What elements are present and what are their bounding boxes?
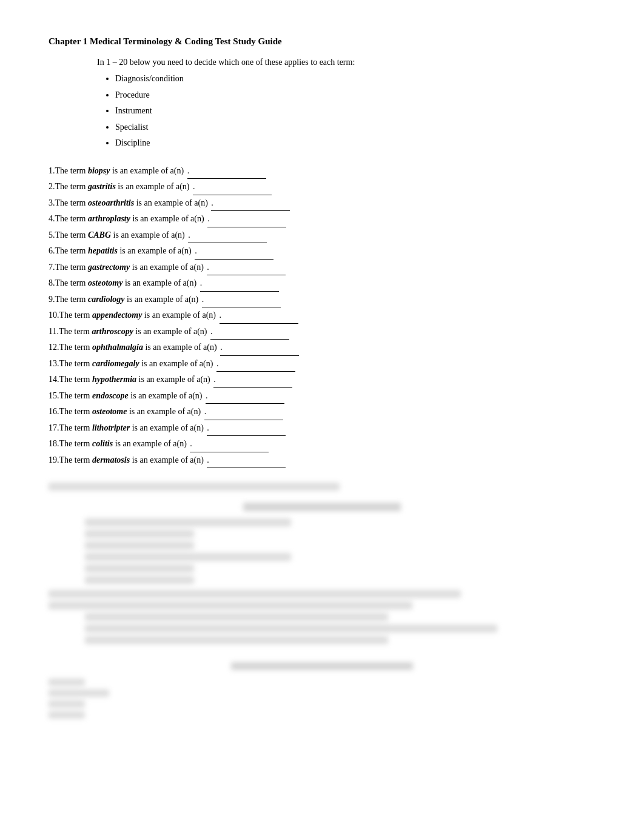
q10-suffix: is an example of a(n) <box>142 310 218 320</box>
q7-term: gastrectomy <box>88 263 130 272</box>
q6-suffix: is an example of a(n) <box>118 246 193 255</box>
q18-blank: . <box>190 437 269 452</box>
q4-suffix: is an example of a(n) <box>130 214 206 223</box>
question-9: 9.The term cardiology is an example of a… <box>49 292 595 308</box>
question-10: 10.The term appendectomy is an example o… <box>49 308 595 324</box>
bullet-specialist: Specialist <box>115 119 595 136</box>
q11-blank: . <box>210 324 289 340</box>
q3-term: osteoarthritis <box>88 198 134 207</box>
q16-suffix: is an example of a(n) <box>127 407 203 416</box>
q3-suffix: is an example of a(n) <box>134 198 210 207</box>
q5-num: 5.The term <box>49 230 88 240</box>
q17-suffix: is an example of a(n) <box>130 423 206 432</box>
q18-num: 18.The term <box>49 439 92 448</box>
q13-suffix: is an example of a(n) <box>139 359 215 368</box>
question-1: 1.The term biopsy is an example of a(n) … <box>49 164 595 179</box>
bullet-discipline: Discipline <box>115 135 595 152</box>
intro-text: In 1 – 20 below you need to decide which… <box>97 58 595 67</box>
q19-num: 19.The term <box>49 455 92 464</box>
q6-num: 6.The term <box>49 246 88 255</box>
q14-term: hypothermia <box>92 375 136 384</box>
q18-term: colitis <box>92 439 113 448</box>
q1-term: biopsy <box>88 166 110 175</box>
q9-blank: . <box>202 292 281 308</box>
q4-blank: . <box>207 212 286 227</box>
q18-suffix: is an example of a(n) <box>113 439 189 448</box>
q8-term: osteotomy <box>88 278 123 287</box>
page: Chapter 1 Medical Terminology & Coding T… <box>0 0 644 835</box>
questions-section: 1.The term biopsy is an example of a(n) … <box>49 164 595 469</box>
q6-blank: . <box>195 244 273 260</box>
q3-num: 3.The term <box>49 198 88 207</box>
q5-term: CABG <box>88 230 111 240</box>
q3-blank: . <box>211 196 290 212</box>
question-19: 19.The term dermatosis is an example of … <box>49 453 595 469</box>
q11-term: arthroscopy <box>92 327 133 336</box>
q5-blank: . <box>188 228 267 244</box>
q7-suffix: is an example of a(n) <box>130 263 206 272</box>
q7-num: 7.The term <box>49 263 88 272</box>
q2-blank: . <box>193 179 272 195</box>
bullet-list: Diagnosis/condition Procedure Instrument… <box>115 71 595 152</box>
q1-blank: . <box>187 164 266 179</box>
q10-term: appendectomy <box>92 310 142 320</box>
q16-term: osteotome <box>92 407 127 416</box>
q4-term: arthroplasty <box>88 214 130 223</box>
q19-suffix: is an example of a(n) <box>130 455 206 464</box>
question-14: 14.The term hypothermia is an example of… <box>49 372 595 388</box>
q1-suffix: is an example of a(n) <box>110 166 186 175</box>
question-16: 16.The term osteotome is an example of a… <box>49 404 595 420</box>
q15-blank: . <box>206 389 284 404</box>
q6-term: hepatitis <box>88 246 118 255</box>
q19-blank: . <box>207 453 286 469</box>
q11-num: 11.The term <box>49 327 92 336</box>
question-17: 17.The term lithotripter is an example o… <box>49 421 595 437</box>
question-7: 7.The term gastrectomy is an example of … <box>49 260 595 276</box>
q14-blank: . <box>213 372 292 388</box>
q7-blank: . <box>207 260 286 276</box>
question-12: 12.The term ophthalmalgia is an example … <box>49 340 595 356</box>
q17-term: lithotripter <box>92 423 130 432</box>
q10-num: 10.The term <box>49 310 92 320</box>
q9-num: 9.The term <box>49 295 88 304</box>
question-3: 3.The term osteoarthritis is an example … <box>49 196 595 212</box>
q14-num: 14.The term <box>49 375 92 384</box>
q2-suffix: is an example of a(n) <box>116 182 192 191</box>
page-title: Chapter 1 Medical Terminology & Coding T… <box>49 36 595 47</box>
q8-num: 8.The term <box>49 278 88 287</box>
q13-num: 13.The term <box>49 359 92 368</box>
q15-num: 15.The term <box>49 391 92 400</box>
q17-blank: . <box>207 421 286 437</box>
q2-num: 2.The term <box>49 182 88 191</box>
blurred-block-1 <box>49 503 595 644</box>
q10-blank: . <box>220 308 298 324</box>
bullet-procedure: Procedure <box>115 87 595 104</box>
blurred-answers-section <box>49 662 595 719</box>
q15-suffix: is an example of a(n) <box>129 391 204 400</box>
question-5: 5.The term CABG is an example of a(n) . <box>49 228 595 244</box>
q5-suffix: is an example of a(n) <box>111 230 187 240</box>
q19-term: dermatosis <box>92 455 130 464</box>
q8-blank: . <box>200 276 279 292</box>
q4-num: 4.The term <box>49 214 88 223</box>
question-11: 11.The term arthroscopy is an example of… <box>49 324 595 340</box>
q16-blank: . <box>204 404 283 420</box>
question-2: 2.The term gastritis is an example of a(… <box>49 179 595 195</box>
bullet-diagnosis: Diagnosis/condition <box>115 71 595 87</box>
q17-num: 17.The term <box>49 423 92 432</box>
q8-suffix: is an example of a(n) <box>122 278 198 287</box>
q16-num: 16.The term <box>49 407 92 416</box>
bullet-instrument: Instrument <box>115 103 595 119</box>
intro-block: In 1 – 20 below you need to decide which… <box>97 58 595 152</box>
q12-suffix: is an example of a(n) <box>143 343 219 352</box>
q13-term: cardiomegaly <box>92 359 139 368</box>
q12-num: 12.The term <box>49 343 92 352</box>
question-6: 6.The term hepatitis is an example of a(… <box>49 244 595 260</box>
q14-suffix: is an example of a(n) <box>136 375 212 384</box>
q15-term: endoscope <box>92 391 129 400</box>
question-15: 15.The term endoscope is an example of a… <box>49 389 595 404</box>
question-18: 18.The term colitis is an example of a(n… <box>49 437 595 452</box>
q12-blank: . <box>220 340 299 356</box>
question-4: 4.The term arthroplasty is an example of… <box>49 212 595 227</box>
q11-suffix: is an example of a(n) <box>133 327 209 336</box>
